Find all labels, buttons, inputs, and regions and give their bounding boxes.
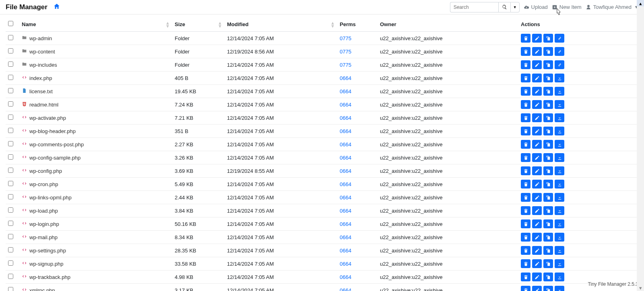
action-rename[interactable] xyxy=(532,153,542,162)
item-name-link[interactable]: wp-content xyxy=(29,49,55,55)
action-copy[interactable] xyxy=(543,219,553,228)
action-copy[interactable] xyxy=(543,259,553,268)
action-delete[interactable] xyxy=(521,259,530,268)
perms-link[interactable]: 0664 xyxy=(340,181,351,187)
action-copy[interactable] xyxy=(543,140,553,149)
select-all-checkbox[interactable] xyxy=(8,21,13,26)
item-name-link[interactable]: wp-settings.php xyxy=(29,248,66,254)
action-delete[interactable] xyxy=(521,113,530,122)
action-delete[interactable] xyxy=(521,127,530,135)
action-rename[interactable] xyxy=(532,74,542,82)
item-name-link[interactable]: wp-mail.php xyxy=(29,234,58,240)
action-copy[interactable] xyxy=(543,246,553,255)
item-name-link[interactable]: wp-config-sample.php xyxy=(29,155,80,161)
action-rename[interactable] xyxy=(532,100,542,109)
action-delete[interactable] xyxy=(521,206,530,215)
th-size[interactable]: Size▲▼ xyxy=(172,18,225,32)
action-download[interactable] xyxy=(555,219,564,228)
item-name-link[interactable]: wp-trackback.php xyxy=(29,274,70,280)
search-input[interactable] xyxy=(450,2,498,12)
row-checkbox[interactable] xyxy=(8,287,13,291)
new-item-link[interactable]: New Item xyxy=(552,4,582,10)
row-checkbox[interactable] xyxy=(8,194,13,199)
action-download[interactable] xyxy=(555,127,564,135)
item-name-link[interactable]: wp-blog-header.php xyxy=(29,128,76,134)
row-checkbox[interactable] xyxy=(8,35,13,40)
row-checkbox[interactable] xyxy=(8,128,13,133)
perms-link[interactable]: 0664 xyxy=(340,287,351,291)
item-name-link[interactable]: wp-signup.php xyxy=(29,261,64,267)
row-checkbox[interactable] xyxy=(8,115,13,120)
item-name-link[interactable]: readme.html xyxy=(29,102,58,108)
row-checkbox[interactable] xyxy=(8,168,13,173)
item-name-link[interactable]: wp-admin xyxy=(29,35,52,41)
action-rename[interactable] xyxy=(532,273,542,281)
perms-link[interactable]: 0664 xyxy=(340,274,351,280)
action-delete[interactable] xyxy=(521,180,530,189)
action-delete[interactable] xyxy=(521,100,530,109)
action-copy[interactable] xyxy=(543,113,553,122)
row-checkbox[interactable] xyxy=(8,101,13,107)
perms-link[interactable]: 0664 xyxy=(340,75,351,81)
action-download[interactable] xyxy=(555,286,564,291)
action-copy[interactable] xyxy=(543,74,553,82)
action-copy[interactable] xyxy=(543,34,553,43)
action-copy[interactable] xyxy=(543,206,553,215)
action-rename[interactable] xyxy=(532,246,542,255)
action-delete[interactable] xyxy=(521,140,530,149)
row-checkbox[interactable] xyxy=(8,75,13,80)
item-name-link[interactable]: wp-config.php xyxy=(29,168,62,174)
action-copy[interactable] xyxy=(543,153,553,162)
perms-link[interactable]: 0775 xyxy=(340,49,351,55)
action-download[interactable] xyxy=(555,166,564,175)
action-delete[interactable] xyxy=(521,34,530,43)
action-copy[interactable] xyxy=(543,273,553,281)
action-download[interactable] xyxy=(555,233,564,242)
row-checkbox[interactable] xyxy=(8,274,13,279)
perms-link[interactable]: 0664 xyxy=(340,115,351,121)
action-direct-link[interactable] xyxy=(555,60,564,69)
scrollbar-track[interactable]: ▴ ▾ xyxy=(637,0,644,291)
scrollbar-up-icon[interactable]: ▴ xyxy=(637,0,644,6)
item-name-link[interactable]: wp-comments-post.php xyxy=(29,141,84,148)
perms-link[interactable]: 0775 xyxy=(340,35,351,41)
action-rename[interactable] xyxy=(532,87,542,96)
row-checkbox[interactable] xyxy=(8,207,13,213)
row-checkbox[interactable] xyxy=(8,154,13,160)
th-modified[interactable]: Modified▲▼ xyxy=(225,18,337,32)
action-delete[interactable] xyxy=(521,233,530,242)
action-rename[interactable] xyxy=(532,140,542,149)
th-checkbox[interactable] xyxy=(6,18,19,32)
action-copy[interactable] xyxy=(543,193,553,202)
action-rename[interactable] xyxy=(532,127,542,135)
action-rename[interactable] xyxy=(532,34,542,43)
action-copy[interactable] xyxy=(543,166,553,175)
action-download[interactable] xyxy=(555,74,564,82)
home-icon[interactable] xyxy=(53,3,60,11)
action-delete[interactable] xyxy=(521,60,530,69)
perms-link[interactable]: 0664 xyxy=(340,221,351,227)
item-name-link[interactable]: wp-links-opml.php xyxy=(29,195,72,201)
action-download[interactable] xyxy=(555,140,564,149)
action-delete[interactable] xyxy=(521,153,530,162)
action-rename[interactable] xyxy=(532,113,542,122)
th-name[interactable]: Name▲▼ xyxy=(19,18,172,32)
row-checkbox[interactable] xyxy=(8,260,13,266)
perms-link[interactable]: 0775 xyxy=(340,62,351,68)
search-button[interactable] xyxy=(498,2,510,12)
item-name-link[interactable]: license.txt xyxy=(29,88,53,94)
action-delete[interactable] xyxy=(521,246,530,255)
row-checkbox[interactable] xyxy=(8,61,13,67)
user-menu[interactable]: Towfique Ahmed ▼ xyxy=(586,4,638,10)
item-name-link[interactable]: wp-login.php xyxy=(29,221,59,227)
action-delete[interactable] xyxy=(521,166,530,175)
item-name-link[interactable]: index.php xyxy=(29,75,52,81)
action-rename[interactable] xyxy=(532,219,542,228)
perms-link[interactable]: 0664 xyxy=(340,102,351,108)
action-delete[interactable] xyxy=(521,273,530,281)
perms-link[interactable]: 0664 xyxy=(340,168,351,174)
row-checkbox[interactable] xyxy=(8,48,13,53)
action-download[interactable] xyxy=(555,87,564,96)
action-copy[interactable] xyxy=(543,87,553,96)
row-checkbox[interactable] xyxy=(8,141,13,146)
